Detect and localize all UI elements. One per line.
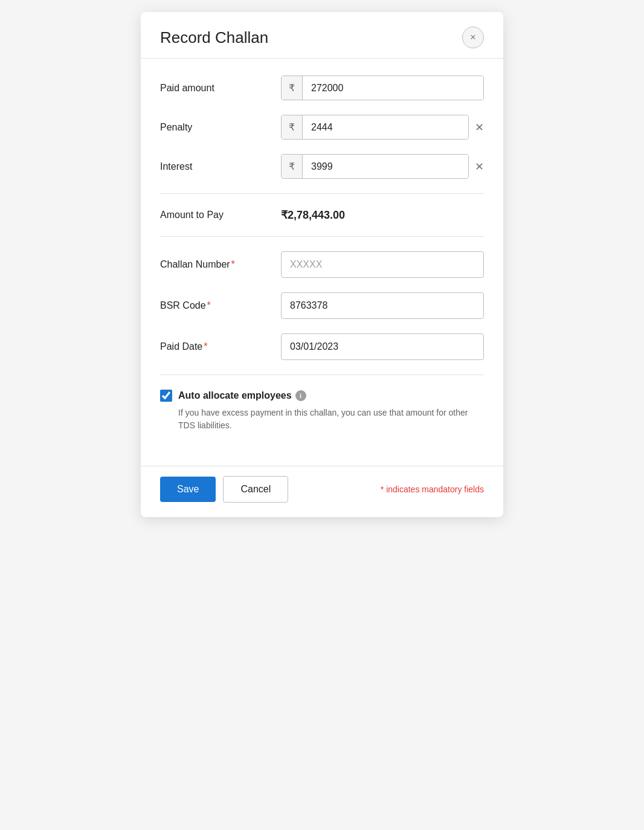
paid-date-row: Paid Date* (160, 333, 484, 360)
auto-allocate-description: If you have excess payment in this chall… (178, 407, 484, 432)
paid-amount-label: Paid amount (160, 83, 281, 94)
paid-amount-input-wrapper: ₹ (281, 76, 484, 100)
penalty-input-wrapper: ₹ ✕ (281, 115, 484, 140)
modal-title: Record Challan (160, 28, 268, 47)
paid-amount-input-group: ₹ (281, 76, 484, 100)
penalty-input-group: ₹ (281, 115, 469, 140)
penalty-row: Penalty ₹ ✕ (160, 115, 484, 140)
paid-amount-input[interactable] (303, 76, 483, 100)
cancel-button[interactable]: Cancel (223, 476, 288, 503)
divider-2 (160, 236, 484, 237)
auto-allocate-checkbox[interactable] (160, 390, 172, 402)
penalty-label: Penalty (160, 122, 281, 133)
auto-allocate-section: Auto allocate employees i If you have ex… (160, 390, 484, 432)
close-button[interactable]: × (462, 27, 484, 48)
challan-number-required: * (231, 259, 235, 269)
auto-allocate-row: Auto allocate employees i (160, 390, 484, 402)
interest-currency-symbol: ₹ (282, 155, 303, 178)
modal-body: Paid amount ₹ Penalty ₹ ✕ Interest (141, 59, 503, 466)
info-icon[interactable]: i (295, 390, 306, 401)
auto-allocate-label: Auto allocate employees (178, 390, 292, 401)
mandatory-note: * indicates mandatory fields (381, 484, 484, 494)
challan-number-input-wrapper (281, 251, 484, 278)
bsr-code-input-wrapper (281, 292, 484, 319)
save-button[interactable]: Save (160, 477, 216, 502)
challan-number-input[interactable] (281, 251, 484, 278)
divider-3 (160, 375, 484, 375)
challan-number-label: Challan Number* (160, 259, 281, 270)
bsr-code-label: BSR Code* (160, 300, 281, 311)
interest-input-wrapper: ₹ ✕ (281, 154, 484, 179)
interest-clear-icon[interactable]: ✕ (475, 160, 484, 173)
paid-date-label: Paid Date* (160, 341, 281, 352)
bsr-code-required: * (207, 300, 211, 310)
interest-input-group: ₹ (281, 154, 469, 179)
penalty-clear-icon[interactable]: ✕ (475, 121, 484, 134)
challan-number-row: Challan Number* (160, 251, 484, 278)
interest-row: Interest ₹ ✕ (160, 154, 484, 179)
divider-1 (160, 193, 484, 194)
modal-footer: Save Cancel * indicates mandatory fields (141, 466, 503, 517)
paid-amount-row: Paid amount ₹ (160, 76, 484, 100)
record-challan-modal: Record Challan × Paid amount ₹ Penalty ₹… (141, 12, 503, 517)
interest-input[interactable] (303, 155, 468, 178)
paid-date-required: * (204, 341, 207, 352)
amount-to-pay-row: Amount to Pay ₹2,78,443.00 (160, 208, 484, 222)
paid-date-input[interactable] (281, 333, 484, 360)
interest-label: Interest (160, 161, 281, 172)
amount-to-pay-label: Amount to Pay (160, 210, 281, 220)
paid-amount-currency-symbol: ₹ (282, 76, 303, 100)
bsr-code-input[interactable] (281, 292, 484, 319)
modal-header: Record Challan × (141, 12, 503, 59)
amount-to-pay-value: ₹2,78,443.00 (281, 208, 345, 222)
penalty-input[interactable] (303, 115, 468, 139)
bsr-code-row: BSR Code* (160, 292, 484, 319)
paid-date-input-wrapper (281, 333, 484, 360)
penalty-currency-symbol: ₹ (282, 115, 303, 139)
